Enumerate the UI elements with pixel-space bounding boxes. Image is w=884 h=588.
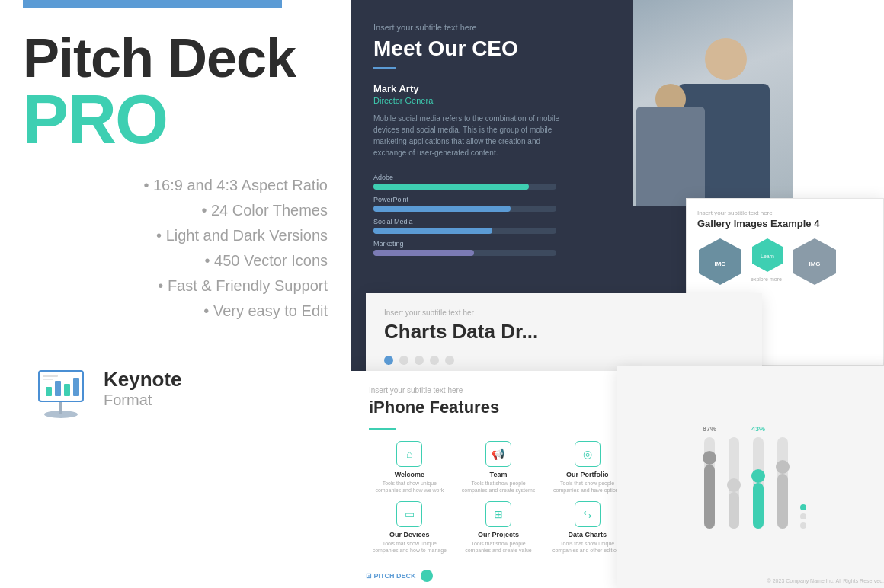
feature-portfolio: ◎ Our Portfolio Tools that show people c…: [546, 441, 628, 494]
right-panel: Insert your subtitle text here Meet Our …: [351, 0, 884, 588]
slider-group-1: 87%: [703, 425, 716, 529]
feature-welcome: ⌂ Welcome Tools that show unique compani…: [369, 441, 450, 494]
keynote-section: Keynote Format: [23, 358, 351, 419]
charts-title: Charts Data Dr...: [384, 320, 744, 344]
feature-name: Data Charts: [568, 531, 607, 538]
slider-pct-3: 43%: [751, 425, 765, 433]
bar-row: Adobe: [373, 174, 610, 190]
ceo-small-text: Insert your subtitle text here: [373, 23, 610, 32]
list-item: 16:9 and 4:3 Aspect Ratio: [23, 177, 351, 194]
feature-name: Our Portfolio: [566, 471, 609, 478]
bar-row: PowerPoint: [373, 196, 610, 212]
sliders-footer: © 2023 Company Name Inc. All Rights Rese…: [767, 578, 884, 583]
projects-icon: ⊞: [485, 501, 511, 527]
hex-image-2: IMG: [792, 237, 838, 286]
feature-desc: Tools that show people companies and hav…: [546, 480, 628, 494]
gallery-title: Gallery Images Example 4: [697, 218, 873, 229]
iphone-slide-bottom-bar: ⊡ PITCH DECK: [366, 570, 433, 582]
iphone-divider: [369, 428, 396, 430]
keynote-text: Keynote Format: [104, 368, 182, 409]
slider-dot-active: [800, 504, 806, 510]
svg-rect-6: [64, 384, 70, 396]
welcome-icon: ⌂: [396, 441, 422, 467]
svg-rect-7: [73, 378, 79, 396]
dot: [445, 356, 454, 365]
slider-dot: [800, 513, 806, 519]
team-icon: 📢: [485, 441, 511, 467]
svg-rect-5: [55, 381, 61, 396]
feature-desc: Tools that show unique companies and how…: [369, 540, 450, 554]
feature-name: Our Projects: [478, 531, 519, 538]
slider-fill-3: [753, 483, 764, 529]
feature-data-charts: ⇆ Data Charts Tools that show unique com…: [546, 501, 628, 554]
feature-desc: Tools that show people companies and cre…: [458, 540, 540, 554]
bar-track: [373, 250, 556, 256]
slider-track-2: [729, 437, 739, 529]
dot: [399, 356, 408, 365]
person-secondary: [633, 53, 709, 206]
slider-track-1: [704, 437, 715, 529]
person2-body: [636, 107, 705, 206]
svg-text:IMG: IMG: [809, 260, 820, 267]
bar-fill: [373, 184, 529, 190]
hex-teal: Learn: [751, 237, 784, 273]
slider-track-3: [753, 437, 764, 529]
hex-column-2: Learn explore more: [751, 237, 784, 283]
keynote-format-sub: Format: [104, 391, 182, 409]
title-pro: PRO: [23, 85, 351, 154]
slide-sliders: 87% 43%: [617, 366, 884, 588]
bar-track: [373, 206, 556, 212]
slider-dots: [800, 504, 806, 529]
svg-rect-1: [59, 401, 62, 414]
ceo-divider: [373, 67, 396, 69]
slider-handle-2: [727, 478, 741, 492]
bar-fill: [373, 206, 511, 212]
svg-text:Learn: Learn: [761, 254, 774, 259]
bar-row: Social Media: [373, 218, 610, 234]
list-item: 450 Vector Icons: [23, 252, 351, 270]
bar-label: Adobe: [373, 174, 610, 181]
svg-rect-8: [43, 375, 58, 377]
feature-team: 📢 Team Tools that show people companies …: [458, 441, 540, 494]
bar-row: Marketing: [373, 240, 610, 256]
slider-fill-4: [777, 474, 788, 529]
dot: [415, 356, 424, 365]
slider-handle-4: [776, 460, 790, 474]
slider-pct-1: 87%: [703, 425, 716, 433]
slider-track-4: [777, 437, 788, 529]
ceo-name: Mark Arty: [373, 83, 610, 94]
feature-name: Our Devices: [389, 531, 430, 538]
slider-fill-1: [704, 465, 715, 529]
hex-desc: explore more: [751, 276, 784, 283]
bottom-dot: [421, 570, 433, 582]
bar-fill: [373, 228, 492, 234]
slider-handle-1: [703, 451, 716, 465]
slider-fill-2: [729, 492, 739, 529]
charts-small-text: Insert your subtitle text her: [384, 308, 744, 317]
keynote-format-title: Keynote: [104, 368, 182, 391]
blue-bar: [23, 0, 282, 8]
list-item: Very easy to Edit: [23, 302, 351, 320]
sliders-container: 87% 43%: [690, 410, 818, 544]
bar-track: [373, 228, 556, 234]
gallery-small-text: Insert your subtitle text here: [697, 209, 873, 216]
ceo-photo-overlay: [633, 0, 793, 206]
bar-label: Social Media: [373, 218, 610, 225]
portfolio-icon: ◎: [575, 441, 601, 467]
feature-devices: ▭ Our Devices Tools that show unique com…: [369, 501, 450, 554]
devices-icon: ▭: [396, 501, 422, 527]
features-list: 16:9 and 4:3 Aspect Ratio 24 Color Theme…: [23, 177, 351, 328]
dot: [384, 356, 393, 365]
hex-container: IMG Learn explore more IMG: [697, 237, 873, 286]
list-item: 24 Color Themes: [23, 202, 351, 219]
list-item: Light and Dark Versions: [23, 227, 351, 244]
bar-track: [373, 184, 556, 190]
svg-text:IMG: IMG: [714, 260, 725, 267]
feature-name: Welcome: [395, 471, 424, 478]
feature-name: Team: [490, 471, 508, 478]
slider-dot: [800, 522, 806, 529]
data-charts-icon: ⇆: [575, 501, 601, 527]
ceo-bar-chart: Adobe PowerPoint Social Media: [373, 174, 610, 256]
bar-label: PowerPoint: [373, 196, 610, 203]
pitch-deck-label: ⊡ PITCH DECK: [366, 572, 416, 580]
